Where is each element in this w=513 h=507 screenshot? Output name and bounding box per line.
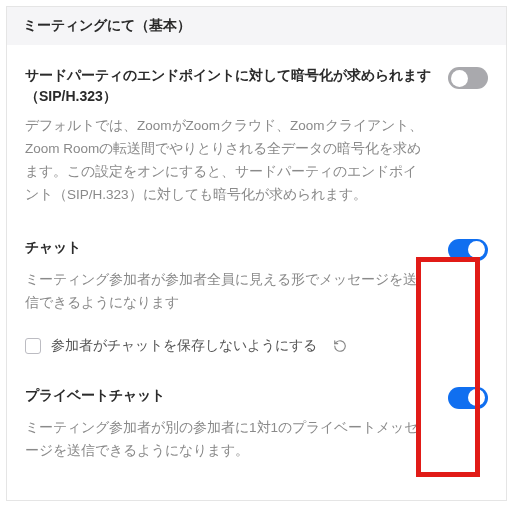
encryption-toggle[interactable] — [448, 67, 488, 89]
chat-title: チャット — [25, 237, 438, 258]
setting-chat: チャット ミーティング参加者が参加者全員に見える形でメッセージを送信できるように… — [25, 237, 488, 355]
settings-panel: ミーティングにて（基本） サードパーティのエンドポイントに対して暗号化が求められ… — [6, 6, 507, 501]
encryption-desc: デフォルトでは、ZoomがZoomクラウド、Zoomクライアント、Zoom Ro… — [25, 115, 488, 207]
private-chat-toggle[interactable] — [448, 387, 488, 409]
toggle-knob — [451, 70, 468, 87]
toggle-knob — [468, 241, 485, 258]
chat-suboption-label: 参加者がチャットを保存しないようにする — [51, 337, 317, 355]
chat-toggle[interactable] — [448, 239, 488, 261]
settings-area: サードパーティのエンドポイントに対して暗号化が求められます（SIP/H.323）… — [7, 45, 506, 463]
setting-row: プライベートチャット — [25, 385, 488, 409]
setting-row: チャット — [25, 237, 488, 261]
encryption-title: サードパーティのエンドポイントに対して暗号化が求められます（SIP/H.323） — [25, 65, 438, 107]
chat-desc: ミーティング参加者が参加者全員に見える形でメッセージを送信できるようになります — [25, 269, 488, 315]
private-chat-desc: ミーティング参加者が別の参加者に1対1のプライベートメッセージを送信できるように… — [25, 417, 488, 463]
private-chat-title: プライベートチャット — [25, 385, 438, 406]
chat-suboption-row: 参加者がチャットを保存しないようにする — [25, 337, 488, 355]
setting-encryption: サードパーティのエンドポイントに対して暗号化が求められます（SIP/H.323）… — [25, 65, 488, 207]
section-header: ミーティングにて（基本） — [7, 7, 506, 45]
reset-icon[interactable] — [331, 337, 349, 355]
chat-save-prevent-checkbox[interactable] — [25, 338, 41, 354]
toggle-knob — [468, 389, 485, 406]
setting-private-chat: プライベートチャット ミーティング参加者が別の参加者に1対1のプライベートメッセ… — [25, 385, 488, 463]
setting-row: サードパーティのエンドポイントに対して暗号化が求められます（SIP/H.323） — [25, 65, 488, 107]
